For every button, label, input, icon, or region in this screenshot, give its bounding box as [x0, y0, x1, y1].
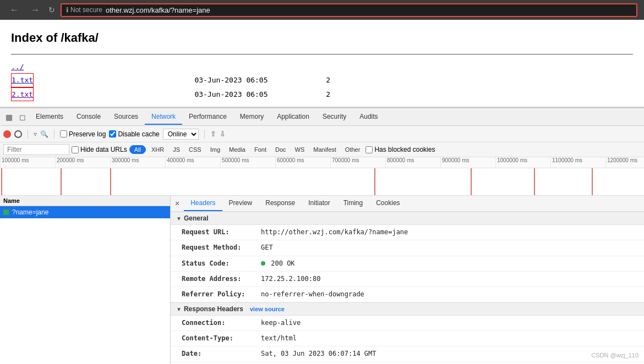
mark-800000: 800000 ms: [385, 157, 440, 168]
general-label: General: [184, 214, 209, 222]
details-close-button[interactable]: ×: [171, 197, 184, 210]
filter-icon[interactable]: ▿: [34, 130, 37, 138]
filter-input[interactable]: [3, 144, 69, 155]
spike-6: [534, 168, 535, 196]
details-tab-timing[interactable]: Timing: [337, 196, 370, 211]
has-blocked-checkbox[interactable]: [365, 146, 373, 153]
tab-performance[interactable]: Performance: [182, 109, 233, 125]
filter-img[interactable]: Img: [207, 146, 223, 153]
tab-application[interactable]: Application: [270, 109, 316, 125]
page-title: Index of /kafka/: [11, 31, 633, 45]
record-button[interactable]: [3, 130, 11, 138]
general-section-header: ▼ General: [171, 212, 644, 225]
file-link-1txt[interactable]: 1.txt: [11, 73, 34, 87]
filter-media[interactable]: Media: [226, 146, 249, 153]
file-link-parent[interactable]: ../: [11, 63, 24, 71]
details-tab-preview[interactable]: Preview: [222, 196, 259, 211]
mark-1000000: 1000000 ms: [495, 157, 550, 168]
filter-ws[interactable]: WS: [292, 146, 308, 153]
file-link-2txt[interactable]: 2.txt: [11, 87, 34, 101]
request-method-key: Request Method:: [182, 242, 259, 253]
filter-manifest[interactable]: Manifest: [310, 146, 340, 153]
view-source-link[interactable]: view source: [250, 306, 285, 312]
response-date-row: Date: Sat, 03 Jun 2023 06:07:14 GMT: [171, 346, 644, 362]
details-tabs: × Headers Preview Response Initiator Tim…: [171, 196, 644, 212]
tab-console[interactable]: Console: [70, 109, 107, 125]
disable-cache-label[interactable]: Disable cache: [109, 130, 159, 138]
forward-button[interactable]: →: [28, 4, 43, 16]
mark-700000: 700000 ms: [330, 157, 385, 168]
timeline-graph: [0, 168, 644, 196]
referrer-policy-val: no-referrer-when-downgrade: [261, 289, 364, 300]
response-connection-row: Connection: keep-alive: [171, 316, 644, 331]
network-item-0[interactable]: ?name=jane: [0, 206, 170, 218]
details-tab-headers[interactable]: Headers: [184, 196, 222, 211]
preserve-log-checkbox[interactable]: [60, 130, 67, 137]
status-code-val: 200 OK: [261, 258, 295, 269]
reload-button[interactable]: ↻: [48, 5, 55, 14]
network-list-header: Name: [0, 196, 170, 206]
download-icon[interactable]: ⇩: [220, 130, 226, 138]
content-type-val: text/html: [261, 333, 297, 344]
details-tab-response[interactable]: Response: [259, 196, 302, 211]
timeline-ruler: 100000 ms 200000 ms 300000 ms 400000 ms …: [0, 157, 644, 168]
mark-300000: 300000 ms: [110, 157, 165, 168]
url-text[interactable]: other.wzj.com/kafka/?name=jane: [106, 6, 210, 14]
filter-other[interactable]: Other: [342, 146, 364, 153]
network-toolbar: ▿ 🔍 Preserve log Disable cache Online ⇧ …: [0, 126, 644, 142]
referrer-policy-row: Referrer Policy: no-referrer-when-downgr…: [171, 287, 644, 302]
hide-data-urls-checkbox[interactable]: [72, 146, 79, 153]
file-row-parent: ../: [11, 60, 633, 73]
not-secure-label: Not secure: [70, 6, 102, 14]
back-button[interactable]: ←: [7, 4, 22, 16]
hide-data-urls-label[interactable]: Hide data URLs: [72, 146, 127, 153]
upload-icon[interactable]: ⇧: [210, 130, 216, 138]
page-content: Index of /kafka/ ../ 1.txt 03-Jun-2023 0…: [0, 20, 644, 107]
tab-audits[interactable]: Audits: [353, 109, 384, 125]
disable-cache-checkbox[interactable]: [109, 130, 116, 137]
file-row-1: 1.txt 03-Jun-2023 06:05 2: [11, 73, 633, 87]
tab-network[interactable]: Network: [145, 109, 182, 125]
request-method-val: GET: [261, 242, 273, 253]
details-tab-initiator[interactable]: Initiator: [302, 196, 336, 211]
filter-bar: Hide data URLs All XHR JS CSS Img Media …: [0, 142, 644, 157]
filter-css[interactable]: CSS: [185, 146, 205, 153]
details-tab-cookies[interactable]: Cookies: [369, 196, 406, 211]
filter-js[interactable]: JS: [170, 146, 183, 153]
tab-memory[interactable]: Memory: [233, 109, 270, 125]
request-url-val: http://other.wzj.com/kafka/?name=jane: [261, 227, 408, 238]
stop-button[interactable]: [14, 130, 22, 138]
timeline-container[interactable]: 100000 ms 200000 ms 300000 ms 400000 ms …: [0, 157, 644, 196]
filter-xhr[interactable]: XHR: [148, 146, 167, 153]
search-icon[interactable]: 🔍: [40, 130, 48, 138]
inspect-element-button[interactable]: ▦: [2, 111, 16, 124]
response-headers-section-header: ▼ Response Headers view source: [171, 302, 644, 316]
response-headers-label: Response Headers: [184, 305, 243, 313]
filter-doc[interactable]: Doc: [272, 146, 290, 153]
mark-400000: 400000 ms: [165, 157, 220, 168]
details-panel: × Headers Preview Response Initiator Tim…: [171, 196, 644, 364]
has-blocked-label[interactable]: Has blocked cookies: [365, 146, 435, 153]
info-icon: ℹ: [66, 6, 69, 14]
tab-security[interactable]: Security: [316, 109, 353, 125]
preserve-log-label[interactable]: Preserve log: [60, 130, 106, 138]
network-item-name-0: ?name=jane: [12, 208, 48, 216]
status-code-row: Status Code: 200 OK: [171, 256, 644, 272]
tab-sources[interactable]: Sources: [107, 109, 145, 125]
mark-500000: 500000 ms: [220, 157, 275, 168]
mark-200000: 200000 ms: [55, 157, 110, 168]
filter-font[interactable]: Font: [251, 146, 270, 153]
spike-1: [1, 168, 2, 196]
online-select[interactable]: Online: [163, 129, 199, 140]
file-date-2: 03-Jun-2023 06:05: [176, 88, 286, 101]
spike-4: [374, 168, 375, 196]
device-toolbar-button[interactable]: ◻: [16, 111, 29, 124]
filter-all[interactable]: All: [129, 145, 146, 154]
devtools-tab-bar: ▦ ◻ Elements Console Sources Network Per…: [0, 108, 644, 126]
status-code-key: Status Code:: [182, 258, 259, 269]
divider-1: [28, 130, 28, 139]
tab-elements[interactable]: Elements: [29, 109, 70, 125]
content-type-key: Content-Type:: [182, 333, 259, 344]
mark-1100000: 1100000 ms: [550, 157, 605, 168]
referrer-policy-key: Referrer Policy:: [182, 289, 259, 300]
